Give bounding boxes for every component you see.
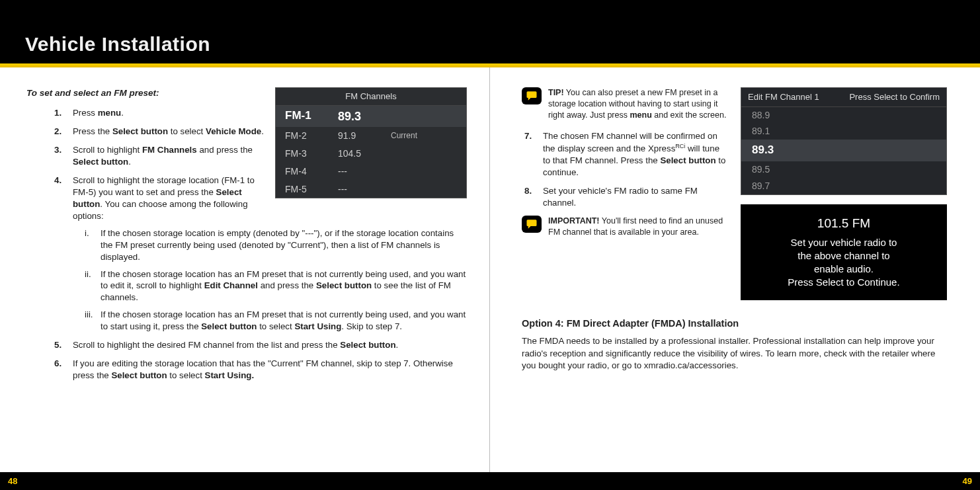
important-block: IMPORTANT! You'll first need to find an … bbox=[522, 216, 729, 238]
option-4-section: Option 4: FM Direct Adapter (FMDA) Insta… bbox=[522, 317, 947, 372]
edit-fm-row: 89.5 bbox=[741, 161, 946, 178]
step-5: 5. Scroll to highlight the desired FM ch… bbox=[54, 339, 467, 351]
step-8: 8. Set your vehicle's FM radio to same F… bbox=[524, 185, 729, 209]
right-text-block: TIP! You can also preset a new FM preset… bbox=[522, 87, 729, 300]
right-top-area: TIP! You can also preset a new FM preset… bbox=[522, 87, 947, 300]
speech-bubble-icon bbox=[522, 216, 542, 233]
left-column: FM Channels FM-1 89.3 FM-2 91.9 Current … bbox=[0, 67, 490, 472]
edit-fm-screenshot: Edit FM Channel 1 Press Select to Confir… bbox=[741, 87, 947, 195]
step-4: 4. Scroll to highlight the storage locat… bbox=[54, 175, 467, 333]
substep-ii: ii. If the chosen storage location has a… bbox=[85, 268, 467, 304]
confirm-frequency: 101.5 FM bbox=[753, 215, 935, 232]
steps-list-left: 1. Press menu. 2. Press the Select butto… bbox=[26, 107, 467, 382]
confirm-screenshot: 101.5 FM Set your vehicle radio to the a… bbox=[741, 204, 947, 300]
step-1: 1. Press menu. bbox=[54, 107, 467, 119]
speech-bubble-icon bbox=[522, 87, 542, 104]
page-number-left: 48 bbox=[8, 476, 17, 486]
important-text: IMPORTANT! You'll first need to find an … bbox=[548, 216, 729, 238]
edit-fm-row: 88.9 bbox=[741, 107, 946, 124]
content-area: FM Channels FM-1 89.3 FM-2 91.9 Current … bbox=[0, 67, 980, 472]
steps-list-right: 7. The chosen FM channel will be confirm… bbox=[522, 130, 729, 209]
page-title: Vehicle Installation bbox=[25, 33, 210, 56]
tip-block: TIP! You can also preset a new FM preset… bbox=[522, 87, 729, 121]
edit-fm-row: 89.7 bbox=[741, 178, 946, 194]
page-footer: 48 49 bbox=[0, 472, 980, 490]
page-header: Vehicle Installation bbox=[0, 0, 980, 63]
right-images: Edit FM Channel 1 Press Select to Confir… bbox=[741, 87, 947, 300]
step-3: 3. Scroll to highlight FM Channels and p… bbox=[54, 144, 467, 168]
edit-fm-row: 89.1 bbox=[741, 123, 946, 140]
option-4-body: The FMDA needs to be installed by a prof… bbox=[522, 335, 947, 372]
right-column: TIP! You can also preset a new FM preset… bbox=[490, 67, 980, 472]
fm-screenshot-title: FM Channels bbox=[276, 88, 466, 106]
edit-fm-header: Edit FM Channel 1 Press Select to Confir… bbox=[741, 88, 946, 107]
tip-text: TIP! You can also preset a new FM preset… bbox=[548, 87, 729, 121]
page-number-right: 49 bbox=[963, 476, 972, 486]
substep-iii: iii. If the chosen storage location has … bbox=[85, 309, 467, 333]
edit-fm-row-selected: 89.3 bbox=[741, 140, 946, 161]
manual-page: Vehicle Installation FM Channels FM-1 89… bbox=[0, 0, 980, 490]
option-4-heading: Option 4: FM Direct Adapter (FMDA) Insta… bbox=[522, 317, 947, 331]
substep-i: i. If the chosen storage location is emp… bbox=[85, 227, 467, 263]
step-6: 6. If you are editing the storage locati… bbox=[54, 358, 467, 382]
confirm-message: Set your vehicle radio to the above chan… bbox=[753, 236, 935, 290]
step-7: 7. The chosen FM channel will be confirm… bbox=[524, 130, 729, 179]
step-2: 2. Press the Select button to select Veh… bbox=[54, 126, 467, 138]
substeps-list: i. If the chosen storage location is emp… bbox=[73, 227, 467, 333]
